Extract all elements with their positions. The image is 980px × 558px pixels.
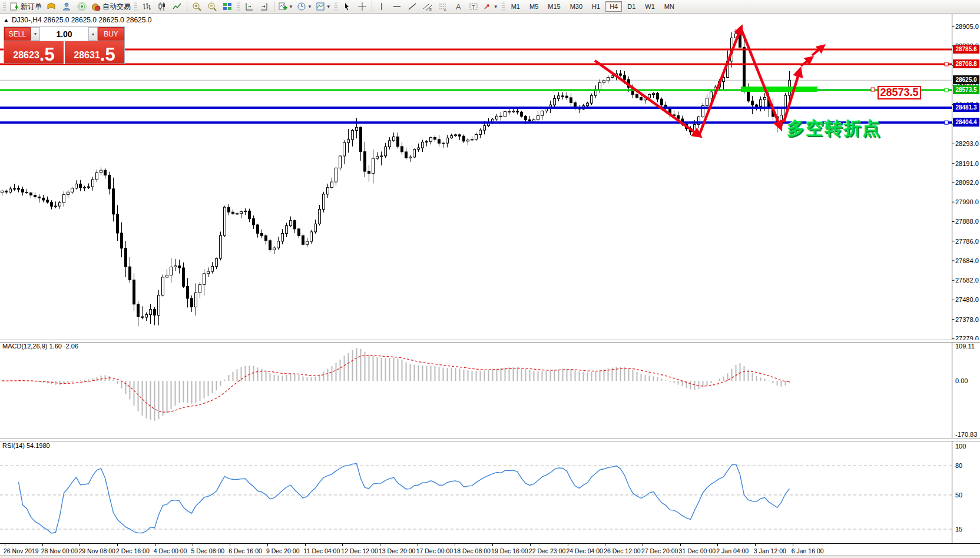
trend-arrow-line[interactable]: [595, 61, 699, 135]
time-axis-label: 24 Dec 04:00: [567, 547, 603, 554]
volume-input[interactable]: 1.00: [40, 27, 88, 41]
indicators-button[interactable]: ▼: [276, 0, 295, 13]
macd-histogram-bar: [398, 358, 399, 381]
toolbar: 新订单 自动交易: [0, 0, 980, 14]
sell-button[interactable]: SELL: [4, 27, 31, 41]
history-book-button[interactable]: [44, 0, 59, 13]
auto-scroll-button[interactable]: [257, 0, 272, 13]
volume-increase-button[interactable]: ▲: [88, 27, 98, 41]
macd-histogram-bar: [84, 380, 85, 381]
candle-body: [170, 267, 173, 275]
line-selection-handle[interactable]: [945, 62, 948, 66]
candle-body: [591, 95, 593, 103]
tab-timeframe-h4[interactable]: H4: [605, 1, 622, 12]
candle-body: [413, 150, 416, 157]
mini-trend-arrow[interactable]: [812, 46, 823, 55]
price-axis-tick-label: 28293.0: [955, 140, 979, 147]
trend-arrow-line[interactable]: [699, 28, 741, 135]
turning-point-annotation[interactable]: 多空转折点: [787, 117, 881, 141]
candle-body: [368, 171, 370, 174]
bid-price-panel[interactable]: 28623.5: [4, 41, 64, 64]
trend-arrow-line[interactable]: [741, 28, 780, 127]
tab-timeframe-w1[interactable]: W1: [641, 1, 659, 12]
macd-histogram-bar: [113, 379, 114, 381]
macd-histogram-bar: [682, 381, 683, 386]
macd-histogram-bar: [740, 363, 741, 381]
time-axis-label: 6 Jan 16:00: [792, 547, 824, 554]
volume-decrease-button[interactable]: ▼: [31, 27, 40, 41]
pane-separator[interactable]: [0, 340, 980, 343]
ask-price-panel[interactable]: 28631.5: [65, 41, 124, 64]
tab-timeframe-h1[interactable]: H1: [588, 1, 604, 12]
new-order-button[interactable]: 新订单: [8, 0, 44, 13]
tab-timeframe-mn[interactable]: MN: [660, 1, 678, 12]
cursor-icon: [342, 2, 352, 11]
macd-histogram-bar: [208, 381, 209, 396]
tab-timeframe-d1[interactable]: D1: [623, 1, 640, 12]
tab-timeframe-m1[interactable]: M1: [507, 1, 524, 12]
price-axis-tick-label: 27786.0: [955, 238, 979, 245]
fibonacci-tool-button[interactable]: F: [435, 0, 451, 13]
autotrading-button[interactable]: 自动交易: [90, 0, 133, 13]
svg-text:F: F: [444, 8, 446, 11]
arrows-tool-button[interactable]: ▼: [481, 0, 500, 13]
pane-separator[interactable]: [0, 439, 980, 441]
trendline-tool-button[interactable]: [405, 0, 420, 13]
macd-histogram-bar: [690, 381, 691, 389]
candle-body: [459, 135, 461, 136]
contacts-button[interactable]: [59, 0, 74, 13]
macd-histogram-bar: [158, 381, 160, 419]
periods-button[interactable]: ▼: [295, 0, 314, 13]
candlestick-chart-button[interactable]: [154, 0, 170, 13]
macd-histogram-bar: [410, 364, 411, 381]
macd-histogram-bar: [381, 358, 382, 381]
toolbar-grip[interactable]: [237, 2, 240, 11]
text-label-tool-button[interactable]: T: [466, 0, 481, 13]
callout-handle[interactable]: [871, 88, 875, 91]
tab-timeframe-m30[interactable]: M30: [566, 1, 587, 12]
candle-body: [22, 190, 24, 192]
candle-body: [42, 198, 45, 200]
cursor-tool-button[interactable]: [339, 0, 355, 13]
line-chart-button[interactable]: [170, 0, 185, 13]
horizontal-line-tool-button[interactable]: [389, 0, 405, 13]
tile-windows-button[interactable]: [220, 0, 235, 13]
macd-histogram-bar: [727, 373, 729, 381]
line-selection-handle[interactable]: [945, 121, 948, 124]
time-axis-tick: [380, 544, 380, 546]
bar-chart-button[interactable]: [139, 0, 154, 13]
toolbar-grip[interactable]: [134, 2, 137, 11]
price-axis-tag: 28625.0: [953, 75, 979, 84]
candle-body: [294, 221, 296, 229]
line-selection-handle[interactable]: [945, 88, 948, 92]
macd-histogram-bar: [571, 369, 572, 381]
price-callout-label[interactable]: 28573.5: [878, 86, 921, 99]
time-axis-tick: [717, 544, 718, 546]
crosshair-tool-button[interactable]: [355, 0, 370, 13]
macd-histogram-bar: [282, 376, 283, 381]
toolbar-grip[interactable]: [502, 2, 505, 11]
candle-body: [706, 98, 708, 106]
macd-histogram-bar: [249, 366, 250, 381]
toolbar-grip[interactable]: [3, 2, 6, 11]
chart-shift-button[interactable]: [241, 0, 257, 13]
templates-button[interactable]: ▼: [314, 0, 333, 13]
support-highlight-bar[interactable]: [741, 87, 817, 92]
zoom-in-button[interactable]: [189, 0, 204, 13]
tab-timeframe-m15[interactable]: M15: [544, 1, 564, 12]
buy-button[interactable]: BUY: [98, 27, 124, 41]
signals-button[interactable]: [74, 0, 90, 13]
candle-body: [257, 225, 259, 233]
time-axis-tick: [530, 544, 531, 546]
equidistant-channel-tool-button[interactable]: E: [420, 0, 435, 13]
tab-timeframe-m5[interactable]: M5: [525, 1, 542, 12]
vertical-line-tool-button[interactable]: [374, 0, 389, 13]
macd-histogram-bar: [299, 375, 300, 381]
time-axis[interactable]: 26 Nov 201928 Nov 00:0029 Nov 08:002 Dec…: [0, 543, 980, 556]
zoom-out-button[interactable]: [204, 0, 220, 13]
toolbar-grip[interactable]: [335, 2, 337, 11]
main-price-chart[interactable]: 28905.028803.828701.828600.028497.928395…: [0, 14, 980, 340]
time-axis-label: 2 Jan 04:00: [716, 547, 749, 554]
text-tool-button[interactable]: A: [451, 0, 466, 13]
candle-body: [607, 78, 610, 81]
